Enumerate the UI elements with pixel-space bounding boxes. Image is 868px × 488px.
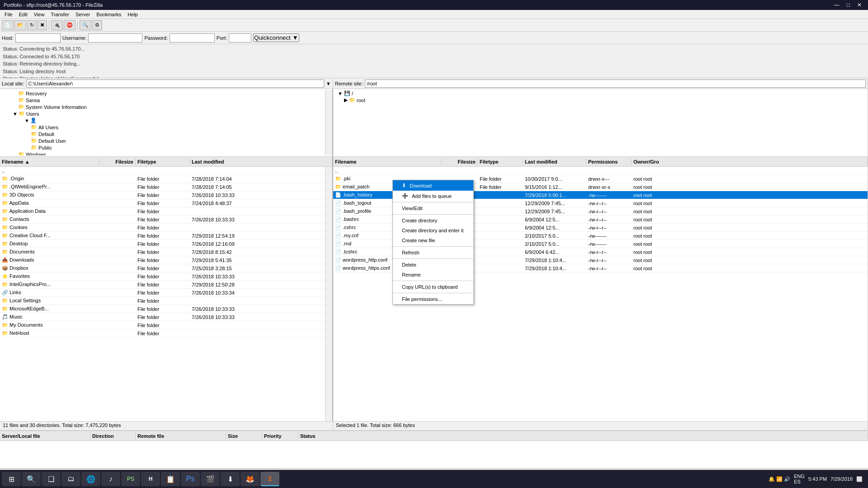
remote-col-filetype[interactable]: Filetype	[478, 158, 523, 165]
local-file-row[interactable]: 📁 AppData File folder 7/24/2018 4:48:37	[0, 199, 325, 207]
transfer-col-size[interactable]: Size	[226, 432, 262, 440]
local-file-row[interactable]: 📥 Downloads File folder 7/29/2018 5:41:3…	[0, 256, 325, 264]
ctx-refresh[interactable]: Refresh	[393, 248, 473, 258]
menu-edit[interactable]: Edit	[16, 11, 30, 18]
transfer-col-remote[interactable]: Remote file	[136, 432, 226, 440]
music-button[interactable]: ♪	[101, 472, 120, 486]
menu-bookmarks[interactable]: Bookmarks	[94, 11, 124, 18]
tree-item-root-folder[interactable]: ▶ 📁 root	[333, 97, 868, 103]
app-heidisql[interactable]: H	[141, 472, 160, 486]
local-col-filename[interactable]: Filename ▲	[0, 158, 99, 165]
password-input[interactable]	[170, 33, 215, 42]
tree-item-public[interactable]: 📁 Public	[0, 144, 325, 151]
ctx-file-perms[interactable]: File permissions...	[393, 294, 473, 304]
toolbar-find[interactable]: 🔍	[80, 20, 91, 30]
local-file-row[interactable]: 📁 Contacts File folder 7/26/2018 10:33:3…	[0, 216, 325, 224]
close-button[interactable]: ✕	[854, 2, 864, 8]
quickconnect-button[interactable]: Quickconnect ▼	[253, 33, 299, 42]
toolbar-new-site[interactable]: 📄	[2, 20, 14, 30]
host-input[interactable]	[15, 33, 61, 42]
menu-transfer[interactable]: Transfer	[48, 11, 72, 18]
ctx-add-to-queue[interactable]: ➕ Add files to queue	[393, 191, 473, 201]
remote-col-permissions[interactable]: Permissions	[586, 158, 632, 165]
firefox-button[interactable]: 🦊	[241, 472, 259, 486]
local-tree[interactable]: 📁 Recovery 📁 Sansa 📁 System Volume Infor…	[0, 89, 332, 157]
task-view-button[interactable]: ❑	[42, 472, 61, 486]
toolbar-cancel[interactable]: ✖	[38, 20, 47, 30]
ctx-download[interactable]: ⬇ Download	[393, 180, 473, 191]
local-file-row[interactable]: 📁 Documents File folder 7/28/2018 8:15:4…	[0, 248, 325, 256]
tree-item-root-drive[interactable]: ▼ 💾 /	[333, 90, 868, 97]
local-file-row[interactable]: 📁 Application Data File folder	[0, 207, 325, 216]
local-path-input[interactable]	[26, 80, 325, 88]
tree-item-users[interactable]: ▼ 📁 Users	[0, 110, 325, 117]
toolbar-open-site[interactable]: 📂	[14, 20, 26, 30]
menu-server[interactable]: Server	[73, 11, 93, 18]
tree-item-windows[interactable]: 📁 Windows	[0, 151, 325, 155]
local-file-row[interactable]: 📁 NetHood File folder	[0, 329, 325, 338]
app-media[interactable]: 🎬	[201, 472, 220, 486]
tree-item-sansa[interactable]: 📁 Sansa	[0, 97, 325, 103]
ctx-create-file[interactable]: Create new file	[393, 235, 473, 245]
ctx-view-edit[interactable]: View/Edit	[393, 203, 473, 213]
transfer-col-direction[interactable]: Direction	[90, 432, 136, 440]
ctx-create-dir-enter[interactable]: Create directory and enter it	[393, 225, 473, 235]
tree-item-default[interactable]: 📁 Default	[0, 131, 325, 137]
local-file-row[interactable]: ..	[0, 167, 325, 175]
remote-col-filename[interactable]: Filename	[333, 158, 442, 165]
remote-path-input[interactable]	[365, 80, 866, 88]
local-path-arrow[interactable]: ▼	[326, 81, 331, 86]
local-file-row[interactable]: 📁 Desktop File folder 7/26/2018 12:16:09	[0, 240, 325, 248]
toolbar-filter[interactable]: ⚙	[92, 20, 102, 30]
file-explorer-button[interactable]: 🗂	[61, 472, 80, 486]
port-input[interactable]	[229, 33, 251, 42]
minimize-button[interactable]: —	[831, 2, 842, 8]
username-input[interactable]	[88, 33, 142, 42]
local-file-scrollbar[interactable]	[325, 167, 332, 421]
menu-file[interactable]: File	[2, 11, 15, 18]
local-tree-scrollbar[interactable]	[325, 90, 332, 155]
filezilla-button[interactable]: Z	[260, 472, 279, 486]
transfer-col-priority[interactable]: Priority	[262, 432, 298, 440]
tree-item-default-user[interactable]: 📁 Default User	[0, 137, 325, 144]
local-file-row[interactable]: 📁 Cookies File folder	[0, 224, 325, 232]
terminal-button[interactable]: PS	[121, 472, 140, 486]
show-desktop-button[interactable]: ⬜	[856, 476, 863, 482]
tree-item-all-users[interactable]: 📁 All Users	[0, 124, 325, 131]
local-file-row[interactable]: 📁 My Documents File folder	[0, 321, 325, 329]
start-button[interactable]: ⊞	[2, 472, 21, 486]
remote-tree[interactable]: ▼ 💾 / ▶ 📁 root	[333, 89, 868, 157]
toolbar-refresh[interactable]: ↻	[27, 20, 37, 30]
toolbar-disconnect[interactable]: ⛔	[64, 20, 75, 30]
remote-col-filesize[interactable]: Filesize	[442, 158, 478, 165]
local-file-row[interactable]: 🎵 Music File folder 7/26/2018 10:33:33	[0, 313, 325, 321]
app-ps[interactable]: Ps	[181, 472, 200, 486]
local-file-list[interactable]: .. 📁 .Origin File folder 7/28/2018 7:14:…	[0, 167, 332, 421]
menu-help[interactable]: Help	[125, 11, 141, 18]
menu-view[interactable]: View	[31, 11, 47, 18]
app-9[interactable]: 📋	[161, 472, 180, 486]
local-col-filesize[interactable]: Filesize	[99, 158, 136, 165]
app-torrent[interactable]: ⬇	[221, 472, 240, 486]
local-file-row[interactable]: 📁 .QtWebEnginePr... File folder 7/28/201…	[0, 183, 325, 191]
local-file-row[interactable]: 📁 3D Objects File folder 7/26/2018 10:33…	[0, 191, 325, 199]
local-file-row[interactable]: 📁 Local Settings File folder	[0, 297, 325, 305]
local-file-row[interactable]: 📦 Dropbox File folder 7/25/2018 3:28:15	[0, 264, 325, 272]
edge-button[interactable]: 🌐	[81, 472, 100, 486]
tree-item-user-profile[interactable]: ▼ 👤	[0, 117, 325, 124]
tree-item-recovery[interactable]: 📁 Recovery	[0, 90, 325, 97]
local-file-row[interactable]: 🔗 Links File folder 7/26/2018 10:33:34	[0, 289, 325, 297]
ctx-create-dir[interactable]: Create directory	[393, 216, 473, 225]
maximize-button[interactable]: □	[844, 2, 853, 8]
local-file-row[interactable]: 📁 IntelGraphicsPro... File folder 7/29/2…	[0, 281, 325, 289]
toolbar-connect[interactable]: 🔌	[51, 20, 63, 30]
remote-col-modified[interactable]: Last modified	[523, 158, 586, 165]
ctx-delete[interactable]: Delete	[393, 260, 473, 270]
local-file-row[interactable]: 📁 MicrosoftEdgeB... File folder 7/26/201…	[0, 305, 325, 313]
transfer-col-server[interactable]: Server/Local file	[0, 432, 90, 440]
local-col-filetype[interactable]: Filetype	[136, 158, 190, 165]
remote-col-owner[interactable]: Owner/Gro	[632, 158, 868, 165]
local-file-row[interactable]: 📁 .Origin File folder 7/28/2018 7:14:04	[0, 175, 325, 183]
local-file-row[interactable]: 📁 Creative Cloud F... File folder 7/29/2…	[0, 232, 325, 240]
ctx-copy-url[interactable]: Copy URL(s) to clipboard	[393, 282, 473, 292]
